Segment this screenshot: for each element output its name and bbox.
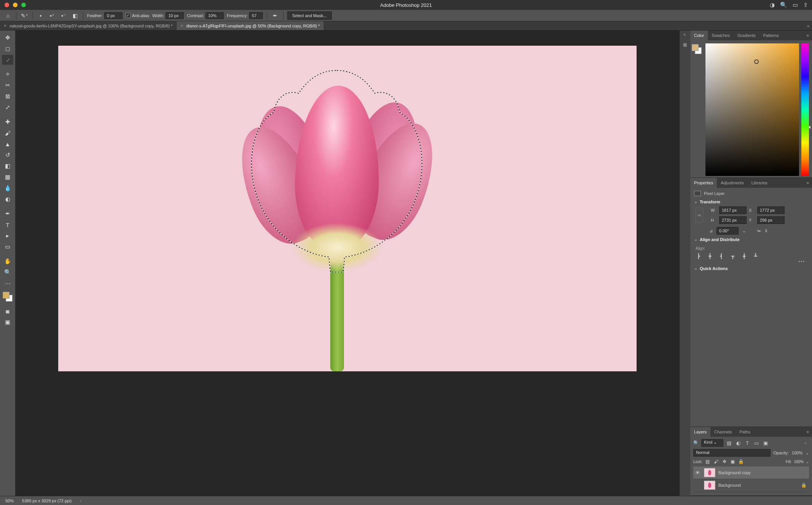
paths-tab[interactable]: Paths bbox=[736, 427, 754, 437]
angle-input[interactable] bbox=[716, 227, 739, 235]
angle-dropdown-icon[interactable]: ⌄ bbox=[742, 229, 746, 233]
filter-adjust-icon[interactable]: ◐ bbox=[735, 440, 742, 446]
home-icon[interactable]: ⌂ bbox=[4, 11, 12, 20]
contrast-input[interactable] bbox=[205, 12, 224, 19]
wand-tool-icon[interactable]: ✧ bbox=[2, 69, 13, 79]
antialias-checkbox[interactable]: ✓ bbox=[126, 13, 131, 18]
panel-menu-icon[interactable]: ≡ bbox=[804, 430, 812, 434]
color-tab[interactable]: Color bbox=[690, 30, 708, 40]
pen-tool-icon[interactable]: ✒ bbox=[2, 209, 13, 219]
zoom-tool-icon[interactable]: 🔍 bbox=[2, 267, 13, 277]
fg-swatch[interactable] bbox=[692, 44, 699, 51]
layer-lock-icon[interactable]: 🔒 bbox=[801, 483, 808, 488]
eyedropper-tool-icon[interactable]: ⤢ bbox=[2, 102, 13, 112]
width-input[interactable] bbox=[719, 206, 747, 214]
swatches-tab[interactable]: Swatches bbox=[708, 30, 734, 40]
color-mini-swatches[interactable] bbox=[692, 44, 702, 54]
cloud-docs-icon[interactable]: ◑ bbox=[770, 2, 775, 8]
filter-kind-select[interactable]: Kind ⌄ bbox=[701, 439, 723, 447]
align-section-header[interactable]: Align and Distribute bbox=[694, 237, 808, 242]
hand-tool-icon[interactable]: ✋ bbox=[2, 256, 13, 266]
blur-tool-icon[interactable]: 💧 bbox=[2, 183, 13, 193]
filter-shape-icon[interactable]: ▭ bbox=[753, 440, 760, 446]
hue-indicator[interactable] bbox=[808, 126, 810, 129]
tab-overflow-icon[interactable]: » bbox=[804, 21, 812, 30]
filter-type-icon[interactable]: T bbox=[744, 440, 751, 446]
screen-mode-icon[interactable]: ▣ bbox=[2, 317, 13, 327]
new-selection-icon[interactable]: ▪ bbox=[37, 11, 45, 20]
filter-search-icon[interactable]: 🔍 bbox=[693, 440, 699, 446]
panel-menu-icon[interactable]: ≡ bbox=[804, 33, 812, 38]
width-input[interactable] bbox=[166, 12, 184, 19]
hue-slider[interactable] bbox=[801, 43, 809, 176]
close-window-icon[interactable] bbox=[5, 3, 9, 7]
close-tab-icon[interactable]: × bbox=[4, 23, 6, 29]
document-info[interactable]: 5385 px x 3029 px (72 ppi) bbox=[22, 499, 72, 503]
quick-mask-icon[interactable]: ◙ bbox=[2, 306, 13, 316]
subtract-selection-icon[interactable]: ▪⁻ bbox=[59, 11, 68, 20]
frequency-input[interactable] bbox=[249, 12, 263, 19]
panel-icon[interactable]: ▥ bbox=[681, 40, 689, 49]
current-tool-icon[interactable]: ✎⁺ bbox=[20, 11, 29, 20]
edit-toolbar-icon[interactable]: ⋯ bbox=[2, 278, 13, 288]
search-icon[interactable]: 🔍 bbox=[780, 2, 787, 8]
align-top-icon[interactable]: ┳ bbox=[730, 253, 736, 259]
panel-menu-icon[interactable]: ≡ bbox=[804, 181, 812, 185]
opacity-value[interactable]: 100% bbox=[792, 451, 802, 455]
align-vcenter-icon[interactable]: ╋ bbox=[741, 253, 747, 259]
flip-vertical-icon[interactable]: ⥮ bbox=[764, 229, 768, 233]
stylus-pressure-icon[interactable]: ✒ bbox=[271, 11, 279, 20]
filter-toggle-icon[interactable]: ◦ bbox=[802, 440, 809, 446]
minimize-window-icon[interactable] bbox=[13, 3, 18, 7]
path-select-tool-icon[interactable]: ▸ bbox=[2, 231, 13, 241]
layer-name[interactable]: Background copy bbox=[718, 470, 751, 475]
close-tab-icon[interactable]: × bbox=[180, 23, 183, 29]
dodge-tool-icon[interactable]: ◐ bbox=[2, 194, 13, 204]
healing-tool-icon[interactable]: ✚ bbox=[2, 117, 13, 127]
layer-thumbnail[interactable] bbox=[704, 481, 715, 490]
quick-actions-header[interactable]: Quick Actions bbox=[694, 266, 808, 271]
align-right-icon[interactable]: ┫ bbox=[718, 253, 724, 259]
shape-tool-icon[interactable]: ▭ bbox=[2, 242, 13, 252]
layer-item[interactable]: Background 🔒 bbox=[693, 479, 809, 492]
layer-visibility-icon[interactable]: 👁 bbox=[694, 470, 701, 475]
transform-section-header[interactable]: Transform bbox=[694, 199, 808, 204]
more-options-icon[interactable]: ••• bbox=[696, 259, 808, 264]
frame-tool-icon[interactable]: ⊠ bbox=[2, 91, 13, 101]
intersect-selection-icon[interactable]: ◧ bbox=[71, 11, 79, 20]
maximize-window-icon[interactable] bbox=[21, 3, 26, 7]
color-swatches[interactable] bbox=[3, 292, 13, 302]
align-hcenter-icon[interactable]: ╋ bbox=[707, 253, 713, 259]
align-bottom-icon[interactable]: ┻ bbox=[753, 253, 759, 259]
crop-tool-icon[interactable]: ✂ bbox=[2, 80, 13, 90]
filter-pixel-icon[interactable]: ▧ bbox=[726, 440, 732, 446]
document-tab[interactable]: × natural-goods-berlin-L6NP4ZGnpSY-unspl… bbox=[0, 21, 177, 30]
filter-smart-icon[interactable]: ▣ bbox=[762, 440, 769, 446]
patterns-tab[interactable]: Patterns bbox=[759, 30, 783, 40]
eraser-tool-icon[interactable]: ◧ bbox=[2, 161, 13, 171]
type-tool-icon[interactable]: T bbox=[2, 220, 13, 230]
gradients-tab[interactable]: Gradients bbox=[734, 30, 759, 40]
fill-dropdown-icon[interactable]: ⌄ bbox=[806, 460, 809, 464]
align-left-icon[interactable]: ┣ bbox=[696, 253, 702, 259]
layer-thumbnail[interactable] bbox=[704, 468, 715, 477]
layer-name[interactable]: Background bbox=[718, 483, 741, 487]
height-input[interactable] bbox=[719, 216, 747, 224]
channels-tab[interactable]: Channels bbox=[710, 427, 736, 437]
layers-tab[interactable]: Layers bbox=[690, 427, 710, 437]
antialias-group[interactable]: ✓ Anti-alias bbox=[126, 13, 149, 18]
fill-value[interactable]: 100% bbox=[794, 460, 804, 464]
gradient-tool-icon[interactable]: ▦ bbox=[2, 172, 13, 182]
lock-all-icon[interactable]: 🔒 bbox=[738, 459, 744, 464]
marquee-tool-icon[interactable]: ◻ bbox=[2, 44, 13, 54]
foreground-color-swatch[interactable] bbox=[3, 292, 10, 299]
lock-image-icon[interactable]: 🖌 bbox=[713, 459, 719, 464]
blend-mode-select[interactable]: Normal bbox=[693, 449, 771, 457]
document-tab-active[interactable]: × dlanor-s-ATgfRqpFfFI-unsplash.jpg @ 50… bbox=[177, 21, 324, 30]
share-icon[interactable]: ⇪ bbox=[803, 2, 808, 8]
x-input[interactable] bbox=[757, 206, 785, 214]
zoom-level[interactable]: 50% bbox=[5, 499, 14, 503]
collapse-panels-icon[interactable]: « bbox=[683, 34, 687, 36]
lock-transparency-icon[interactable]: ▨ bbox=[705, 459, 711, 464]
document-canvas[interactable] bbox=[58, 46, 637, 371]
